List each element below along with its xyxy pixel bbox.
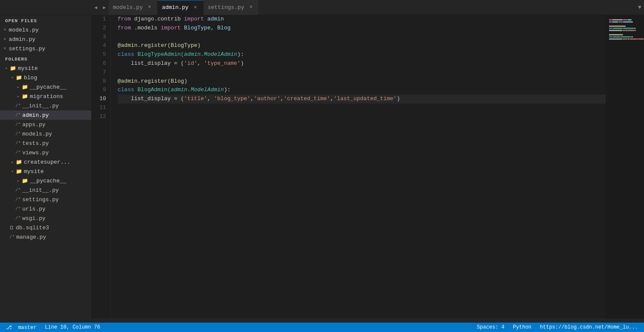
line-column-status[interactable]: Line 10, Column 76 — [43, 324, 102, 330]
code-line-11 — [118, 104, 606, 113]
open-file-name: admin.py — [9, 36, 35, 43]
folder-icon: 📁 — [21, 93, 28, 100]
code-line-2: from .models import BlogType, Blog — [118, 24, 606, 33]
folder-label: mysite — [18, 65, 38, 72]
code-token: admin — [204, 16, 224, 22]
tree-item-tests-blog[interactable]: /*tests.py — [0, 139, 91, 148]
code-container[interactable]: 123456789101112 from django.contrib impo… — [92, 15, 644, 318]
line-number-3: 3 — [96, 33, 106, 42]
code-line-4: @admin.register(BlogType) — [118, 41, 606, 50]
folder-icon: 📁 — [15, 74, 22, 81]
status-bar: ⎇ master Line 10, Column 76 Spaces: 4 Py… — [0, 323, 644, 332]
url-status[interactable]: https://blog.csdn.net/Home_lu... — [538, 324, 640, 330]
line-number-12: 12 — [96, 113, 106, 121]
tree-item-blog-folder[interactable]: ▾📁blog — [0, 73, 91, 82]
tab-nav-left[interactable]: ◀ — [92, 0, 100, 15]
code-token: 'created_time' — [284, 95, 330, 102]
tree-item-admin-blog[interactable]: /*admin.py — [0, 110, 91, 120]
folder-label: blog — [24, 75, 37, 81]
tree-item-mysite-root[interactable]: ▾📁mysite — [0, 64, 91, 73]
code-line-6: list_display = ('id', 'type_name') — [118, 59, 606, 68]
open-file-admin-py[interactable]: ×admin.py — [0, 35, 91, 44]
file-prefix-icon: /* — [15, 150, 21, 155]
code-token: @admin.register(BlogType) — [118, 42, 201, 49]
line-number-8: 8 — [96, 77, 106, 86]
tree-item-migrations-folder[interactable]: ▸📁migrations — [0, 92, 91, 101]
tree-item-createsuper[interactable]: ▸📁createsuper... — [0, 157, 91, 167]
code-token: BlogAdmin( — [134, 87, 171, 93]
file-name: urls.py — [22, 206, 46, 212]
code-token: @admin.register(Blog) — [118, 78, 187, 84]
code-token: , — [197, 60, 204, 66]
file-prefix-icon: /* — [15, 131, 21, 136]
folder-label: createsuper... — [24, 159, 70, 165]
tab-models-py[interactable]: models.py× — [109, 0, 158, 15]
code-token: ) — [397, 95, 400, 102]
tab-overflow-button[interactable]: ▼ — [635, 0, 644, 15]
close-icon[interactable]: × — [3, 37, 6, 42]
horizontal-scrollbar[interactable] — [92, 318, 644, 323]
tree-item-manage-py[interactable]: /*manage.py — [0, 232, 91, 242]
tree-item-apps-blog[interactable]: /*apps.py — [0, 120, 91, 129]
file-prefix-icon: /* — [15, 206, 21, 211]
line-number-2: 2 — [96, 24, 106, 33]
code-token: ): — [224, 87, 231, 93]
tree-item-pycache-blog[interactable]: ▸📁__pycache__ — [0, 82, 91, 92]
tab-close-admin-py[interactable]: × — [192, 4, 199, 11]
close-icon[interactable]: × — [3, 46, 6, 51]
code-token: class — [118, 87, 134, 93]
file-name: apps.py — [22, 121, 46, 128]
tab-close-models-py[interactable]: × — [146, 4, 153, 11]
tree-item-views-blog[interactable]: /*views.py — [0, 148, 91, 157]
folder-label: __pycache__ — [30, 84, 66, 90]
language-status[interactable]: Python — [511, 324, 533, 330]
open-file-models-py[interactable]: ×models.py — [0, 25, 91, 35]
tab-close-settings-py[interactable]: × — [247, 4, 254, 11]
file-prefix-icon: /* — [15, 197, 21, 202]
tree-item-init-mysite[interactable]: /*__init__.py — [0, 185, 91, 195]
tree-item-urls-mysite[interactable]: /*urls.py — [0, 204, 91, 214]
code-token: admin.ModelAdmin — [171, 87, 224, 93]
file-icon: 🗋 — [9, 225, 14, 231]
folders-header: FOLDERS — [0, 53, 91, 64]
tab-settings-py[interactable]: settings.py× — [204, 0, 259, 15]
tab-admin-py[interactable]: admin.py× — [158, 0, 203, 15]
tree-list: ▾📁mysite▾📁blog▸📁__pycache__▸📁migrations/… — [0, 64, 91, 242]
line-number-11: 11 — [96, 104, 106, 113]
minimap — [606, 15, 644, 318]
tree-item-models-blog[interactable]: /*models.py — [0, 129, 91, 139]
spaces-status[interactable]: Spaces: 4 — [475, 324, 506, 330]
line-number-1: 1 — [96, 15, 106, 24]
folder-arrow-icon: ▾ — [3, 65, 9, 71]
tab-bar: ◀ ▶ models.py×admin.py×settings.py× ▼ — [0, 0, 644, 15]
git-branch-status[interactable]: ⎇ master — [4, 324, 38, 331]
code-line-10: list_display = ('title', 'blog_type','au… — [118, 95, 606, 104]
folder-arrow-icon: ▸ — [15, 84, 21, 90]
tree-item-wsgi-mysite[interactable]: /*wsgi.py — [0, 214, 91, 223]
tree-item-db-sqlite3[interactable]: 🗋db.sqlite3 — [0, 223, 91, 232]
file-prefix-icon: /* — [15, 188, 21, 193]
tree-item-mysite-inner[interactable]: ▾📁mysite — [0, 167, 91, 176]
code-token: , — [250, 95, 254, 102]
tab-label-models-py: models.py — [113, 4, 143, 11]
open-file-name: settings.py — [9, 46, 46, 52]
code-line-3 — [118, 33, 606, 42]
sidebar: OPEN FILES ×models.py×admin.py×settings.… — [0, 15, 92, 323]
code-token: from — [118, 16, 131, 22]
tree-item-pycache-mysite[interactable]: ▸📁__pycache__ — [0, 176, 91, 185]
open-file-settings-py[interactable]: ×settings.py — [0, 44, 91, 53]
tree-item-settings-mysite[interactable]: /*settings.py — [0, 195, 91, 204]
code-line-12 — [118, 113, 606, 121]
tab-nav-right[interactable]: ▶ — [100, 0, 109, 15]
code-token: import — [184, 16, 204, 22]
code-content[interactable]: from django.contrib import adminfrom .mo… — [111, 15, 606, 318]
code-line-7 — [118, 68, 606, 77]
code-token: BlogType, Blog — [181, 25, 230, 31]
tree-item-init-blog[interactable]: /*__init__.py — [0, 101, 91, 110]
close-icon[interactable]: × — [3, 27, 6, 32]
file-prefix-icon: /* — [9, 234, 15, 240]
code-token: , — [280, 95, 284, 102]
tab-label-settings-py: settings.py — [208, 4, 244, 11]
line-numbers: 123456789101112 — [92, 15, 111, 318]
line-number-10: 10 — [96, 95, 106, 104]
